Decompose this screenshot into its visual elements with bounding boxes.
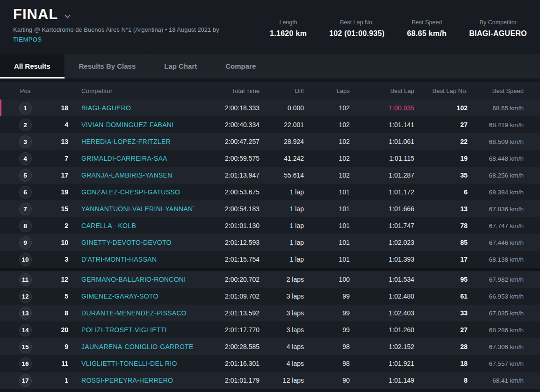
kart-number: 20 bbox=[38, 326, 68, 334]
competitor-name[interactable]: BIAGI-AGUERO bbox=[68, 104, 194, 112]
table-row[interactable]: 82CARELLA - KOLB2:01:01.1301 lap1011:01.… bbox=[0, 217, 540, 234]
laps: 100 bbox=[304, 276, 350, 283]
results-table-body: 118BIAGI-AGUERO2:00:18.3330.0001021:00.9… bbox=[0, 100, 540, 389]
table-row[interactable]: 910GINETTY-DEVOTO-DEVOTO2:01:12.5931 lap… bbox=[0, 234, 540, 251]
best-speed: 67.982 km/h bbox=[468, 276, 524, 283]
table-row[interactable]: 159JAUNARENA-CONIGLIO-GARROTE2:00:28.585… bbox=[0, 338, 540, 355]
table-row[interactable]: 517GRANJA-LAMBIRIS-YANSEN2:01:13.94755.6… bbox=[0, 167, 540, 184]
competitor-name[interactable]: GERMANO-BALLARIO-RONCONI bbox=[68, 276, 194, 283]
session-selector[interactable]: FINAL bbox=[13, 6, 71, 23]
pos: 11 bbox=[12, 273, 38, 286]
best-lap: 1:01.666 bbox=[350, 205, 414, 213]
competitor-name[interactable]: POLIZI-TROSET-VIGLIETTI bbox=[68, 326, 194, 334]
competitor-name[interactable]: DURANTE-MENENDEZ-PISSACO bbox=[68, 309, 194, 317]
competitor-name[interactable]: YANNANTUONI-VALERINI-YANNANT bbox=[68, 205, 194, 213]
table-row[interactable]: 24VIVIAN-DOMINGUEZ-FABANI2:00:40.33422.0… bbox=[0, 116, 540, 133]
kart-number: 2 bbox=[38, 222, 68, 229]
table-row[interactable]: 1420POLIZI-TROSET-VIGLIETTI2:01:17.7703 … bbox=[0, 321, 540, 338]
table-header-row: PosCompetitorTotal TimeDiffLapsBest LapB… bbox=[0, 82, 540, 100]
table-row[interactable]: 715YANNANTUONI-VALERINI-YANNANT2:00:54.1… bbox=[0, 200, 540, 217]
best-lap-no: 78 bbox=[414, 222, 468, 229]
best-speed: 68.419 km/h bbox=[468, 121, 524, 128]
total-time: 2:01:01.130 bbox=[194, 222, 259, 229]
total-time: 2:01:17.770 bbox=[194, 326, 259, 334]
competitor-name[interactable]: ROSSI-PEREYRA-HERRERO bbox=[68, 377, 194, 384]
column-header-laps: Laps bbox=[304, 87, 350, 94]
pos-badge: 16 bbox=[19, 357, 32, 370]
stat-value: 1.1620 km bbox=[270, 29, 307, 38]
table-row[interactable]: 171ROSSI-PEREYRA-HERRERO2:01:01.17912 la… bbox=[0, 372, 540, 389]
pos: 13 bbox=[12, 307, 38, 320]
table-row[interactable]: 103D'ATRI-MONTI-HASSAN2:01:15.7541 lap10… bbox=[0, 251, 540, 268]
laps: 101 bbox=[304, 256, 350, 263]
best-lap: 1:01.747 bbox=[350, 222, 414, 229]
table-row[interactable]: 47GRIMALDI-CARREIRA-SAA2:00:59.57541.242… bbox=[0, 150, 540, 167]
competitor-name[interactable]: GRANJA-LAMBIRIS-YANSEN bbox=[68, 171, 194, 179]
pos: 16 bbox=[12, 357, 38, 370]
pos: 3 bbox=[12, 135, 38, 148]
competitor-name[interactable]: JAUNARENA-CONIGLIO-GARROTE bbox=[68, 343, 194, 350]
table-row[interactable]: 1112GERMANO-BALLARIO-RONCONI2:00:20.7022… bbox=[0, 271, 540, 288]
tab-all-results[interactable]: All Results bbox=[0, 54, 65, 78]
total-time: 2:00:59.575 bbox=[194, 155, 259, 162]
stat-value: BIAGI-AGUERO bbox=[469, 29, 527, 38]
laps: 101 bbox=[304, 188, 350, 196]
total-time: 2:00:53.675 bbox=[194, 188, 259, 196]
total-time: 2:01:13.947 bbox=[194, 171, 259, 179]
diff: 22.001 bbox=[259, 121, 304, 128]
best-lap-no: 17 bbox=[414, 256, 468, 263]
best-speed: 68.65 km/h bbox=[468, 105, 524, 112]
pos-badge: 7 bbox=[19, 203, 32, 215]
table-row[interactable]: 125GIMENEZ-GARAY-SOTO2:01:09.7023 laps99… bbox=[0, 288, 540, 305]
pos: 5 bbox=[12, 169, 38, 182]
table-row[interactable]: 1611VLIGLIETTI-TONELLI-DEL RIO2:01:16.30… bbox=[0, 355, 540, 372]
kart-number: 7 bbox=[38, 155, 68, 162]
tab-compare[interactable]: Compare bbox=[211, 54, 270, 78]
competitor-name[interactable]: HEREDIA-LOPEZ-FRITZLER bbox=[68, 138, 194, 145]
laps: 99 bbox=[304, 309, 350, 317]
diff: 1 lap bbox=[259, 188, 304, 196]
table-row[interactable]: 118BIAGI-AGUERO2:00:18.3330.0001021:00.9… bbox=[0, 100, 540, 116]
diff: 4 laps bbox=[259, 360, 304, 367]
competitor-name[interactable]: GONZALEZ-CRESPI-GATUSSO bbox=[68, 188, 194, 196]
kart-number: 17 bbox=[38, 171, 68, 179]
chevron-down-icon bbox=[64, 14, 71, 19]
best-lap: 1:02.023 bbox=[350, 239, 414, 246]
competitor-name[interactable]: D'ATRI-MONTI-HASSAN bbox=[68, 256, 194, 263]
competitor-name[interactable]: VIVIAN-DOMINGUEZ-FABANI bbox=[68, 121, 194, 128]
column-header-pos: Pos bbox=[12, 87, 38, 94]
best-lap: 1:02.480 bbox=[350, 292, 414, 300]
best-lap-no: 102 bbox=[414, 104, 468, 112]
kart-number: 19 bbox=[38, 188, 68, 196]
kart-number: 3 bbox=[38, 256, 68, 263]
kart-number: 1 bbox=[38, 377, 68, 384]
competitor-name[interactable]: GIMENEZ-GARAY-SOTO bbox=[68, 292, 194, 300]
diff: 4 laps bbox=[259, 343, 304, 350]
competitor-name[interactable]: GRIMALDI-CARREIRA-SAA bbox=[68, 155, 194, 162]
pos-badge: 9 bbox=[19, 236, 32, 249]
table-row[interactable]: 619GONZALEZ-CRESPI-GATUSSO2:00:53.6751 l… bbox=[0, 184, 540, 200]
competitor-name[interactable]: VLIGLIETTI-TONELLI-DEL RIO bbox=[68, 360, 194, 367]
competitor-name[interactable]: CARELLA - KOLB bbox=[68, 222, 194, 229]
best-lap: 1:01.149 bbox=[350, 377, 414, 384]
laps: 90 bbox=[304, 377, 350, 384]
table-row[interactable]: 313HEREDIA-LOPEZ-FRITZLER2:00:47.25728.9… bbox=[0, 133, 540, 150]
best-speed: 68.256 km/h bbox=[468, 172, 524, 179]
best-speed: 66.953 km/h bbox=[468, 293, 524, 300]
organizer-link[interactable]: TIEMPOS bbox=[13, 36, 42, 43]
pos: 9 bbox=[12, 236, 38, 249]
pos-badge: 10 bbox=[19, 253, 32, 266]
tab-results-by-class[interactable]: Results By Class bbox=[65, 54, 151, 78]
stat-length: Length1.1620 km bbox=[270, 19, 307, 38]
laps: 99 bbox=[304, 292, 350, 300]
best-lap: 1:01.260 bbox=[350, 326, 414, 334]
tab-lap-chart[interactable]: Lap Chart bbox=[150, 54, 211, 78]
competitor-name[interactable]: GINETTY-DEVOTO-DEVOTO bbox=[68, 239, 194, 246]
laps: 101 bbox=[304, 222, 350, 229]
column-header-best-speed: Best Speed bbox=[468, 87, 524, 94]
table-row[interactable]: 138DURANTE-MENENDEZ-PISSACO2:01:13.5923 … bbox=[0, 305, 540, 321]
diff: 28.924 bbox=[259, 138, 304, 145]
pos: 15 bbox=[12, 341, 38, 353]
stat-best-speed: Best Speed68.65 km/h bbox=[407, 19, 447, 38]
laps: 98 bbox=[304, 343, 350, 350]
